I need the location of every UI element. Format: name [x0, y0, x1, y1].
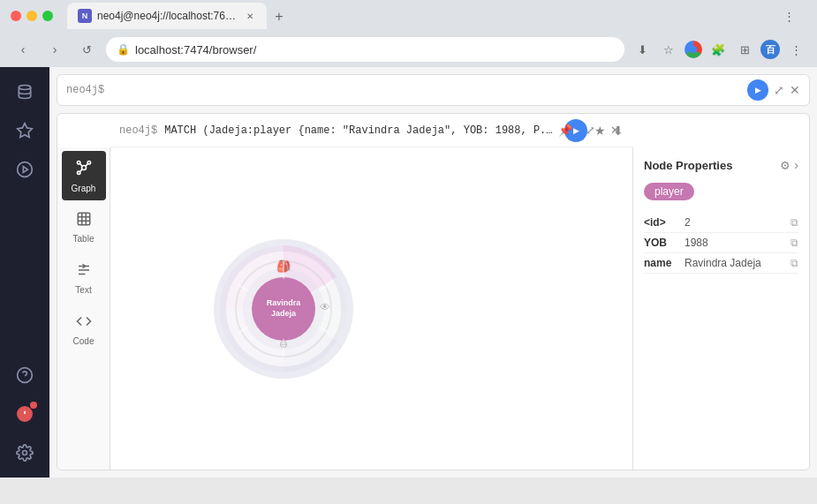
- back-button[interactable]: ‹: [11, 37, 35, 62]
- graph-tab-label: Graph: [72, 184, 96, 193]
- main-content: neo4j$ ▶ ⤢ ✕ 📌 ⤢ ✕ neo4j$ MATCH (Jadeja:…: [49, 67, 817, 478]
- address-actions: ⬇ ☆ 🧩 ⊞ 百 ⋮: [632, 39, 806, 60]
- properties-expand-icon[interactable]: ›: [794, 158, 798, 172]
- new-tab-button[interactable]: +: [267, 4, 291, 29]
- tab-code[interactable]: Code: [62, 305, 106, 354]
- text-tab-icon: [76, 262, 92, 282]
- svg-point-12: [87, 161, 90, 163]
- result-query-prompt: neo4j$: [119, 124, 157, 137]
- view-tabs: Graph Table: [57, 147, 110, 470]
- code-tab-icon: [76, 313, 92, 334]
- prop-copy-name[interactable]: ⧉: [791, 257, 798, 269]
- expand-result-button[interactable]: ⤢: [579, 119, 601, 140]
- code-tab-label: Code: [73, 336, 95, 346]
- svg-text:👁: 👁: [320, 301, 330, 313]
- minimize-window-button[interactable]: [26, 11, 37, 21]
- bookmark-icon[interactable]: ☆: [658, 39, 679, 60]
- browser-tab[interactable]: N neo4j@neo4j://localhost:7687/ ✕: [67, 3, 267, 29]
- svg-marker-1: [18, 124, 33, 138]
- top-close-button[interactable]: ✕: [790, 83, 800, 97]
- text-tab-label: Text: [75, 285, 91, 295]
- prop-key-name: name: [644, 257, 679, 269]
- top-query-bar: neo4j$ ▶ ⤢ ✕: [57, 74, 810, 106]
- profile-icon[interactable]: ⊞: [734, 39, 755, 60]
- browser-chrome: N neo4j@neo4j://localhost:7687/ ✕ + ⋮ ‹ …: [0, 0, 817, 67]
- notification-dot: [30, 402, 37, 409]
- properties-panel: Node Properties ⚙ › player <id> 2 ⧉ YOB: [632, 147, 809, 470]
- prop-key-yob: YOB: [644, 237, 679, 249]
- table-tab-icon: [76, 211, 92, 231]
- svg-text:Jadeja: Jadeja: [270, 309, 296, 318]
- svg-text:Ravindra: Ravindra: [266, 298, 301, 307]
- prop-value-name: Ravindra Jadeja: [685, 257, 785, 269]
- properties-header: Node Properties ⚙ ›: [644, 158, 798, 172]
- table-tab-label: Table: [73, 234, 95, 244]
- prop-row-id: <id> 2 ⧉: [644, 213, 798, 233]
- address-bar: ‹ › ↺ 🔒 localhost:7474/browser/ ⬇ ☆ 🧩 ⊞ …: [0, 32, 817, 67]
- tab-table[interactable]: Table: [62, 202, 106, 252]
- node-label-badge[interactable]: player: [644, 183, 798, 213]
- svg-line-14: [79, 163, 82, 166]
- svg-point-0: [19, 86, 30, 90]
- sidebar-item-help[interactable]: [7, 357, 42, 393]
- top-query-prompt: neo4j$: [66, 84, 104, 96]
- result-panel: 📌 ⤢ ✕ neo4j$ MATCH (Jadeja:player {name:…: [57, 113, 810, 470]
- sidebar-item-database[interactable]: [7, 74, 42, 109]
- prop-copy-id[interactable]: ⧉: [791, 216, 798, 229]
- title-bar: N neo4j@neo4j://localhost:7687/ ✕ + ⋮: [0, 0, 817, 32]
- close-window-button[interactable]: [11, 11, 21, 21]
- result-query-text: MATCH (Jadeja:player {name: "Ravindra Ja…: [164, 124, 557, 137]
- maximize-window-button[interactable]: [42, 11, 53, 21]
- prop-value-id: 2: [685, 216, 785, 229]
- node-visualization: 🎒 👁 ⊕ Ravindra Jadeja: [213, 238, 354, 380]
- sidebar-item-notifications[interactable]: [7, 396, 42, 432]
- tab-favicon: N: [78, 9, 92, 23]
- node-label-text: player: [644, 183, 694, 200]
- traffic-lights: [11, 11, 53, 21]
- svg-rect-17: [78, 213, 90, 225]
- svg-marker-3: [23, 167, 27, 173]
- tab-title: neo4j@neo4j://localhost:7687/: [97, 10, 238, 22]
- chrome-sync-icon[interactable]: [685, 41, 702, 58]
- app-container: neo4j$ ▶ ⤢ ✕ 📌 ⤢ ✕ neo4j$ MATCH (Jadeja:…: [0, 67, 817, 478]
- tab-close-button[interactable]: ✕: [244, 10, 256, 22]
- tab-graph[interactable]: Graph: [62, 151, 106, 200]
- url-text: localhost:7474/browser/: [135, 43, 256, 56]
- svg-line-16: [79, 169, 82, 171]
- graph-area[interactable]: 🎒 👁 ⊕ Ravindra Jadeja: [110, 147, 456, 470]
- svg-point-11: [77, 161, 79, 163]
- browser-more-button[interactable]: ⋮: [785, 39, 806, 60]
- top-expand-button[interactable]: ⤢: [774, 83, 784, 97]
- reload-button[interactable]: ↺: [74, 37, 99, 62]
- prop-row-name: name Ravindra Jadeja ⧉: [644, 253, 798, 274]
- sidebar-item-settings[interactable]: [7, 435, 42, 470]
- url-input[interactable]: 🔒 localhost:7474/browser/: [106, 37, 624, 62]
- sidebar-item-favorites[interactable]: [7, 113, 42, 148]
- extensions-icon[interactable]: 🧩: [707, 39, 729, 60]
- browser-user-avatar[interactable]: 百: [760, 40, 780, 59]
- properties-settings-icon[interactable]: ⚙: [780, 159, 791, 172]
- svg-line-15: [85, 163, 87, 166]
- tab-text[interactable]: Text: [62, 253, 106, 303]
- forward-button[interactable]: ›: [42, 37, 67, 62]
- close-result-button[interactable]: ✕: [604, 119, 625, 140]
- pin-button[interactable]: 📌: [555, 119, 576, 140]
- prop-copy-yob[interactable]: ⧉: [791, 237, 798, 249]
- graph-tab-icon: [75, 159, 93, 181]
- properties-title: Node Properties: [644, 159, 732, 172]
- browser-menu-button[interactable]: ⋮: [778, 5, 799, 26]
- top-run-button[interactable]: ▶: [747, 79, 768, 101]
- prop-value-yob: 1988: [685, 237, 785, 249]
- prop-key-id: <id>: [644, 216, 679, 229]
- svg-point-9: [23, 451, 27, 455]
- sidebar-item-learn[interactable]: [7, 152, 42, 187]
- download-icon[interactable]: ⬇: [632, 39, 653, 60]
- prop-row-yob: YOB 1988 ⧉: [644, 233, 798, 253]
- svg-point-2: [18, 162, 33, 177]
- sidebar: [0, 67, 49, 478]
- svg-point-13: [77, 171, 79, 174]
